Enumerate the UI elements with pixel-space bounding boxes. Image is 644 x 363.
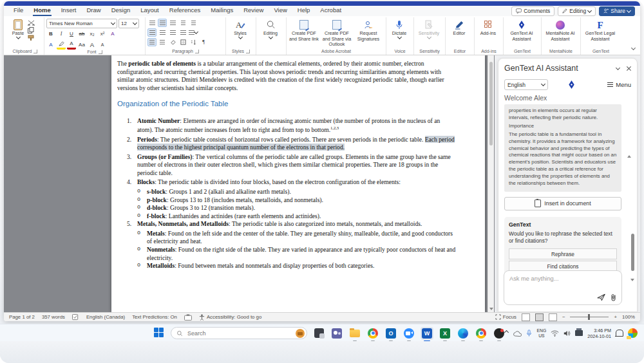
align-center-button[interactable] <box>158 28 167 37</box>
excel-app-button[interactable]: X <box>439 327 451 340</box>
numbered-list-button[interactable] <box>158 19 167 27</box>
predictions-icon[interactable] <box>184 314 192 321</box>
shrink-font-button[interactable]: A <box>98 41 107 49</box>
justify-button[interactable] <box>178 28 187 37</box>
font-color-button[interactable]: A <box>67 39 76 50</box>
font-size-combobox[interactable]: 12 <box>118 19 139 28</box>
proofing-icon[interactable] <box>72 314 79 321</box>
change-case-button[interactable]: Aa <box>77 41 86 49</box>
line-spacing-button[interactable] <box>189 28 198 37</box>
rephrase-button[interactable]: Rephrase <box>509 248 617 259</box>
close-icon[interactable] <box>626 66 631 71</box>
tab-file[interactable]: File <box>13 6 24 16</box>
highlight-color-button[interactable] <box>57 39 66 50</box>
underline-button[interactable]: U <box>67 30 76 38</box>
dialog-launcher-icon[interactable] <box>99 50 102 54</box>
panel-scroll-down-icon[interactable] <box>630 279 634 281</box>
bullet-list-button[interactable] <box>147 19 156 27</box>
show-paragraph-marks-button[interactable]: ¶ <box>199 38 208 46</box>
page-indicator[interactable]: Page 1 of 2 <box>9 314 35 320</box>
ai-response-box[interactable]: properties in elements occurs at regular… <box>504 104 621 192</box>
tab-draw[interactable]: Draw <box>86 6 101 16</box>
wifi-icon[interactable] <box>551 330 559 337</box>
zoom-level[interactable]: 100% <box>622 314 635 320</box>
read-mode-button[interactable] <box>522 313 530 321</box>
teams-app-button[interactable] <box>330 327 343 340</box>
scroll-up-icon[interactable] <box>627 155 631 158</box>
italic-button[interactable]: I <box>57 30 66 38</box>
edge-app-button[interactable] <box>457 327 469 340</box>
text-effects-button[interactable]: A <box>108 30 117 38</box>
notifications-bell-icon[interactable] <box>616 330 623 337</box>
outlook-app-button[interactable]: O <box>384 327 397 340</box>
colorful-app-icon[interactable] <box>628 328 638 338</box>
zoom-slider[interactable] <box>570 317 609 317</box>
print-layout-button[interactable] <box>535 313 544 321</box>
language-select[interactable]: English <box>504 79 548 90</box>
insert-in-document-button[interactable]: Insert in document <box>504 197 621 210</box>
panel-menu-button[interactable]: Menu <box>607 81 631 88</box>
word-app-button[interactable]: W <box>421 327 433 340</box>
right-to-left-button[interactable] <box>158 38 167 46</box>
decrease-indent-button[interactable] <box>178 19 187 27</box>
mentalnote-assistant-button[interactable]: MentalNote AI Assistant <box>544 17 577 48</box>
multilevel-list-button[interactable] <box>168 19 177 27</box>
tab-review[interactable]: Review <box>243 6 264 16</box>
paste-button[interactable]: Paste <box>8 17 28 48</box>
dialog-launcher-icon[interactable] <box>33 50 37 53</box>
clock[interactable]: 3:46 PM2024-10-01 <box>587 328 611 339</box>
borders-button[interactable] <box>178 38 187 46</box>
scroll-down-icon[interactable] <box>489 308 493 310</box>
file-explorer-button[interactable] <box>348 327 361 340</box>
printer-icon[interactable] <box>575 330 583 336</box>
text-predictions-status[interactable]: Text Predictions: On <box>132 314 177 320</box>
bold-button[interactable]: B <box>46 30 55 38</box>
chat-input[interactable] <box>508 274 618 293</box>
dialog-launcher-icon[interactable] <box>246 50 250 53</box>
chrome-app-button[interactable] <box>366 327 379 340</box>
send-icon[interactable] <box>597 293 605 301</box>
word-count[interactable]: 357 words <box>42 314 65 320</box>
start-button[interactable] <box>153 327 166 340</box>
addins-button[interactable]: Add-ins <box>477 17 500 48</box>
sort-button[interactable] <box>189 38 198 46</box>
web-layout-button[interactable] <box>549 313 557 321</box>
subscript-button[interactable]: x₂ <box>88 30 97 38</box>
taskbar-search[interactable] <box>171 327 307 339</box>
panel-chevron-down-icon[interactable] <box>616 65 620 70</box>
onedrive-cloud-icon[interactable] <box>513 330 522 337</box>
tab-references[interactable]: References <box>169 6 202 16</box>
search-input[interactable] <box>186 330 292 337</box>
styles-button[interactable]: A Styles <box>228 17 252 48</box>
language-status[interactable]: English (Canada) <box>86 314 125 320</box>
tab-layout[interactable]: Layout <box>140 6 160 16</box>
task-view-button[interactable] <box>312 327 325 340</box>
tab-view[interactable]: View <box>273 6 287 16</box>
tab-acrobat[interactable]: Acrobat <box>319 6 342 16</box>
tab-insert[interactable]: Insert <box>61 6 77 16</box>
cut-icon[interactable] <box>28 20 35 26</box>
font-name-combobox[interactable]: Times New Roman <box>46 19 117 28</box>
gentext-ai-assistant-button[interactable]: GenText AI Assistant <box>506 17 538 48</box>
tab-mailings[interactable]: Mailings <box>210 6 234 16</box>
focus-button[interactable]: Focus <box>495 314 516 320</box>
tab-home[interactable]: Home <box>33 6 51 16</box>
voice-access-mic-icon[interactable] <box>526 330 532 337</box>
document-scrollbar[interactable] <box>488 55 494 312</box>
zoom-app-button[interactable] <box>402 327 415 340</box>
copy-icon[interactable] <box>28 27 34 33</box>
accessibility-status[interactable]: Accessibility: Good to go <box>207 314 261 320</box>
zoom-slider-thumb[interactable] <box>588 314 590 320</box>
shading-button[interactable] <box>168 38 177 46</box>
paperclip-icon[interactable] <box>610 293 617 301</box>
create-pdf-share-link-button[interactable]: Create PDF and Share link <box>289 17 319 48</box>
tab-design[interactable]: Design <box>111 6 131 16</box>
tab-help[interactable]: Help <box>297 6 311 16</box>
zoom-in-button[interactable]: + <box>614 314 617 320</box>
document-page[interactable]: The periodic table of elements is a tabu… <box>111 55 485 312</box>
chrome-profile-button[interactable] <box>475 327 488 340</box>
request-signatures-button[interactable]: Request Signatures <box>354 17 383 48</box>
dictate-button[interactable]: Dictate <box>388 17 410 48</box>
share-button[interactable]: Share <box>599 6 635 16</box>
editing-button[interactable]: Editing <box>258 17 283 48</box>
